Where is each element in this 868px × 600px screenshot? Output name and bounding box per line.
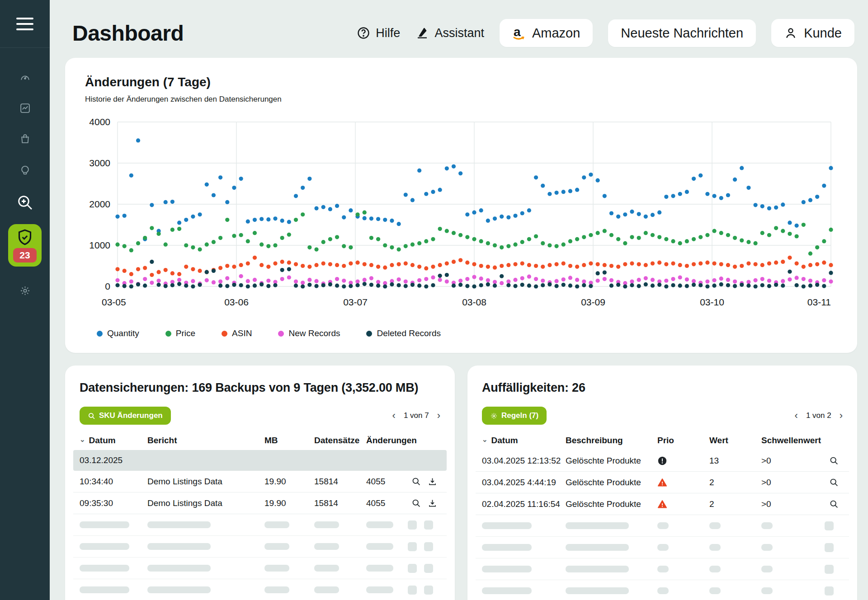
news-button[interactable]: Neueste Nachrichten — [608, 19, 756, 47]
prio-high-icon — [657, 456, 709, 466]
backups-card: Datensicherungen: 169 Backups von 9 Tage… — [65, 366, 455, 600]
next-page-button[interactable]: › — [437, 411, 440, 421]
topbar-actions: Hilfe Assistant a Amazon Neueste Nachric… — [357, 19, 854, 47]
legend-label: ASIN — [232, 328, 252, 338]
sort-chevron-icon[interactable]: ⌄ — [482, 436, 488, 444]
col-bericht[interactable]: Bericht — [147, 436, 264, 445]
prev-page-button[interactable]: ‹ — [795, 411, 798, 421]
col-schwellenwert[interactable]: Schwellenwert — [761, 436, 825, 445]
page-indicator: 1 von 7 — [404, 411, 429, 420]
inspect-button[interactable] — [825, 456, 843, 465]
help-button[interactable]: Hilfe — [357, 26, 400, 40]
col-datum[interactable]: Datum — [491, 436, 518, 445]
alerts-card: Auffälligkeiten: 26 Regeln (7) ‹ 1 von 2… — [467, 366, 857, 600]
legend-label: New Records — [288, 328, 340, 338]
inspect-button[interactable] — [825, 499, 843, 509]
col-aenderungen[interactable]: Änderungen — [366, 436, 408, 445]
sku-changes-button[interactable]: SKU Änderungen — [80, 407, 171, 425]
svg-text:4000: 4000 — [89, 117, 110, 127]
legend-label: Quantity — [107, 328, 139, 338]
svg-text:a: a — [514, 25, 521, 39]
legend-dot-icon — [366, 331, 372, 337]
amazon-logo-icon: a — [512, 25, 526, 41]
amazon-button[interactable]: a Amazon — [500, 19, 593, 47]
search-icon — [411, 477, 421, 486]
legend-item[interactable]: Deleted Records — [366, 328, 441, 338]
backups-table: ⌄Datum Bericht MB Datensätze Änderungen … — [73, 431, 447, 600]
assistant-button[interactable]: Assistant — [415, 26, 484, 40]
col-datensaetze[interactable]: Datensätze — [314, 436, 366, 445]
search-icon — [829, 499, 839, 509]
page-title: Dashboard — [72, 21, 184, 46]
col-datum[interactable]: Datum — [89, 436, 116, 445]
backups-title: Datensicherungen: 169 Backups von 9 Tage… — [73, 379, 447, 395]
protection-shield-button[interactable]: 23 — [8, 224, 42, 267]
legend-dot-icon — [97, 331, 103, 337]
col-prio[interactable]: Prio — [657, 436, 709, 445]
gear-icon — [490, 412, 498, 420]
main-content: Dashboard Hilfe Assistant a Amazon Neues… — [50, 0, 868, 600]
svg-text:3000: 3000 — [89, 158, 110, 168]
alerts-title: Auffälligkeiten: 26 — [476, 379, 849, 395]
table-row[interactable]: 03.04.2025 12:13:52 Gelöschte Produkte 1… — [476, 450, 849, 472]
hamburger-icon — [16, 18, 33, 30]
customer-button[interactable]: Kunde — [771, 19, 854, 47]
customer-label: Kunde — [804, 26, 842, 41]
col-mb[interactable]: MB — [264, 436, 314, 445]
rules-button[interactable]: Regeln (7) — [482, 407, 547, 425]
svg-text:03-10: 03-10 — [700, 297, 724, 307]
search-icon — [829, 478, 839, 487]
skeleton-row — [73, 536, 447, 558]
sidebar-nav: 23 — [0, 48, 50, 303]
sort-chevron-icon[interactable]: ⌄ — [80, 436, 85, 444]
legend-item[interactable]: ASIN — [222, 328, 252, 338]
zoom-search-icon[interactable] — [0, 186, 50, 219]
table-row[interactable]: 10:34:40 Demo Listings Data 19.90 15814 … — [73, 471, 447, 492]
download-button[interactable] — [424, 498, 440, 508]
legend-dot-icon — [165, 331, 171, 337]
download-icon — [428, 498, 437, 508]
products-bag-icon[interactable] — [0, 127, 50, 151]
analytics-chart-icon[interactable] — [0, 96, 50, 120]
legend-item[interactable]: Price — [165, 328, 195, 338]
inspect-button[interactable] — [825, 478, 843, 487]
page-indicator: 1 von 2 — [806, 411, 831, 420]
chart-subtitle: Historie der Änderungen zwischen den Dat… — [85, 95, 837, 104]
legend-dot-icon — [222, 331, 227, 337]
backups-header-row: ⌄Datum Bericht MB Datensätze Änderungen — [73, 431, 447, 450]
date-group-row: 03.12.2025 — [73, 450, 447, 471]
search-icon — [829, 456, 839, 465]
ideas-lightbulb-icon[interactable] — [0, 157, 50, 182]
scatter-chart[interactable]: 0100020003000400003-0503-0603-0703-0803-… — [85, 116, 837, 321]
col-wert[interactable]: Wert — [709, 436, 761, 445]
backups-pagination: ‹ 1 von 7 › — [392, 411, 440, 421]
amazon-label: Amazon — [532, 26, 580, 41]
legend-item[interactable]: New Records — [278, 328, 340, 338]
dashboard-gauge-icon[interactable] — [0, 65, 50, 89]
inspect-button[interactable] — [408, 477, 424, 486]
skeleton-row — [73, 558, 447, 579]
inspect-button[interactable] — [408, 498, 424, 508]
alerts-toolbar: Regeln (7) ‹ 1 von 2 › — [482, 407, 843, 425]
topbar: Dashboard Hilfe Assistant a Amazon Neues… — [65, 0, 857, 52]
download-button[interactable] — [424, 477, 440, 486]
search-icon — [411, 498, 421, 508]
next-page-button[interactable]: › — [840, 411, 843, 421]
skeleton-row — [476, 580, 849, 600]
legend-label: Deleted Records — [377, 328, 441, 338]
skeleton-row — [476, 515, 849, 537]
table-row[interactable]: 02.04.2025 11:16:54 Gelöschte Produkte 2… — [476, 493, 849, 515]
col-beschreibung[interactable]: Beschreibung — [566, 436, 657, 445]
skeleton-row — [73, 514, 447, 536]
settings-gear-icon[interactable] — [0, 278, 50, 303]
menu-toggle[interactable] — [0, 0, 50, 48]
prio-warning-icon — [657, 478, 709, 488]
svg-text:03-06: 03-06 — [224, 297, 249, 307]
table-row[interactable]: 09:35:30 Demo Listings Data 19.90 15814 … — [73, 492, 447, 514]
table-row[interactable]: 03.04.2025 4:44:19 Gelöschte Produkte 2 … — [476, 472, 849, 493]
rules-label: Regeln (7) — [501, 411, 538, 420]
svg-text:1000: 1000 — [89, 240, 110, 250]
search-icon — [88, 412, 95, 420]
prev-page-button[interactable]: ‹ — [392, 411, 396, 421]
legend-item[interactable]: Quantity — [97, 328, 139, 338]
